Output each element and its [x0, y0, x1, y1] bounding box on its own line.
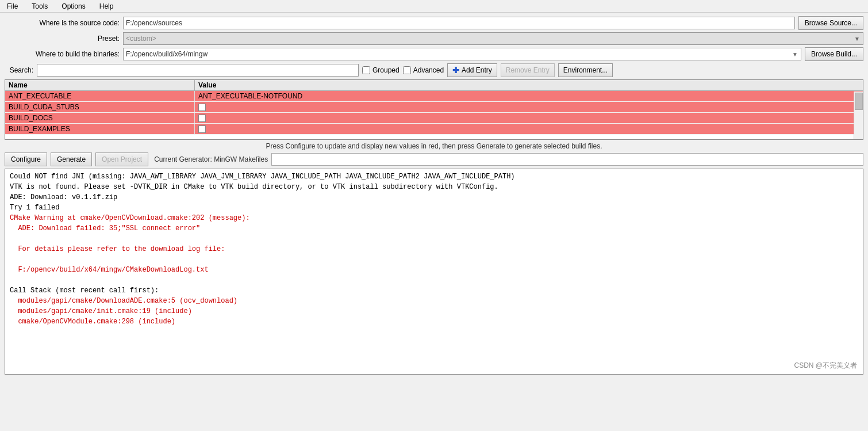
scroll-thumb[interactable] [855, 93, 863, 110]
header-value: Value [195, 80, 863, 90]
log-line: cmake/OpenCVModule.cmake:298 (include) [10, 316, 858, 327]
table-row[interactable]: BUILD_DOCS [5, 113, 863, 124]
search-input[interactable] [37, 64, 359, 77]
log-line: ADE: Download: v0.1.1f.zip [10, 192, 858, 203]
cell-checkbox[interactable] [198, 104, 206, 111]
log-line [10, 234, 858, 244]
cell-name: BUILD_EXAMPLES [5, 124, 195, 134]
search-row: Search: Grouped Advanced ✚ Add Entry Rem… [5, 63, 863, 77]
build-label: Where to build the binaries: [5, 50, 120, 58]
remove-entry-button[interactable]: Remove Entry [501, 63, 555, 77]
cell-checkbox[interactable] [198, 115, 206, 122]
generate-button[interactable]: Generate [51, 152, 92, 166]
advanced-checkbox-label[interactable]: Advanced [403, 66, 444, 74]
progress-bar [271, 153, 863, 166]
cell-value [195, 113, 863, 123]
build-row: Where to build the binaries: ▼ Browse Bu… [5, 47, 863, 61]
cell-name: BUILD_DOCS [5, 113, 195, 123]
open-project-button[interactable]: Open Project [95, 152, 148, 166]
log-line: Call Stack (most recent call first): [10, 285, 858, 296]
menu-file[interactable]: File [5, 1, 20, 12]
configure-button[interactable]: Configure [5, 152, 47, 166]
info-text: Press Configure to update and display ne… [5, 140, 863, 152]
preset-dropdown-wrap: <custom> ▼ [123, 32, 863, 45]
source-label: Where is the source code: [5, 19, 120, 27]
table-row[interactable]: BUILD_EXAMPLES [5, 124, 863, 135]
build-input-wrap: ▼ [123, 48, 801, 60]
cell-value [195, 102, 863, 112]
cell-checkbox[interactable] [198, 125, 206, 133]
cell-value [195, 124, 863, 134]
log-line [10, 254, 858, 265]
build-input[interactable] [123, 48, 801, 60]
add-entry-label: Add Entry [462, 66, 492, 74]
watermark: CSDN @不完美义者 [794, 360, 857, 371]
preset-select[interactable]: <custom> [123, 32, 863, 45]
source-input[interactable] [123, 17, 795, 29]
log-line: Try 1 failed [10, 203, 858, 213]
grouped-checkbox[interactable] [362, 66, 370, 74]
cell-name: BUILD_CUDA_STUBS [5, 102, 195, 112]
add-icon: ✚ [452, 66, 459, 75]
log-line: For details please refer to the download… [10, 244, 858, 254]
log-area[interactable]: Could NOT find JNI (missing: JAVA_AWT_LI… [5, 169, 863, 375]
bottom-toolbar: Configure Generate Open Project Current … [5, 152, 863, 166]
cell-name: ANT_EXECUTABLE [5, 91, 195, 101]
menu-options[interactable]: Options [59, 1, 87, 12]
search-label: Search: [5, 66, 33, 74]
grouped-label: Grouped [372, 66, 400, 74]
browse-source-button[interactable]: Browse Source... [798, 16, 863, 30]
menu-help[interactable]: Help [97, 1, 116, 12]
preset-label: Preset: [5, 35, 120, 43]
browse-build-button[interactable]: Browse Build... [805, 47, 863, 61]
preset-row: Preset: <custom> ▼ [5, 32, 863, 45]
table-container: Name Value ANT_EXECUTABLE ANT_EXECUTABLE… [5, 79, 863, 140]
advanced-checkbox[interactable] [403, 66, 411, 74]
log-line: modules/gapi/cmake/init.cmake:19 (includ… [10, 306, 858, 316]
grouped-checkbox-label[interactable]: Grouped [362, 66, 400, 74]
menu-bar: File Tools Options Help [0, 0, 868, 13]
menu-tools[interactable]: Tools [29, 1, 50, 12]
source-row: Where is the source code: Browse Source.… [5, 16, 863, 30]
log-line [10, 275, 858, 285]
generator-label: Current Generator: MinGW Makefiles [154, 155, 268, 163]
table-row[interactable]: BUILD_CUDA_STUBS [5, 102, 863, 113]
table-header: Name Value [5, 80, 863, 91]
table-scrollbar[interactable] [854, 91, 863, 139]
log-line: F:/opencv/build/x64/mingw/CMakeDownloadL… [10, 265, 858, 275]
log-line: CMake Warning at cmake/OpenCVDownload.cm… [10, 213, 858, 223]
log-line: VTK is not found. Please set -DVTK_DIR i… [10, 182, 858, 192]
log-line: Could NOT find JNI (missing: JAVA_AWT_LI… [10, 171, 858, 182]
main-content: Where is the source code: Browse Source.… [0, 13, 868, 378]
add-entry-button[interactable]: ✚ Add Entry [447, 63, 497, 77]
cell-value: ANT_EXECUTABLE-NOTFOUND [195, 91, 863, 101]
log-line: modules/gapi/cmake/DownloadADE.cmake:5 (… [10, 296, 858, 306]
advanced-label: Advanced [413, 66, 444, 74]
table-row[interactable]: ANT_EXECUTABLE ANT_EXECUTABLE-NOTFOUND [5, 91, 863, 102]
header-name: Name [5, 80, 195, 90]
log-line: ADE: Download failed: 35;"SSL connect er… [10, 223, 858, 234]
environment-button[interactable]: Environment... [558, 63, 613, 77]
